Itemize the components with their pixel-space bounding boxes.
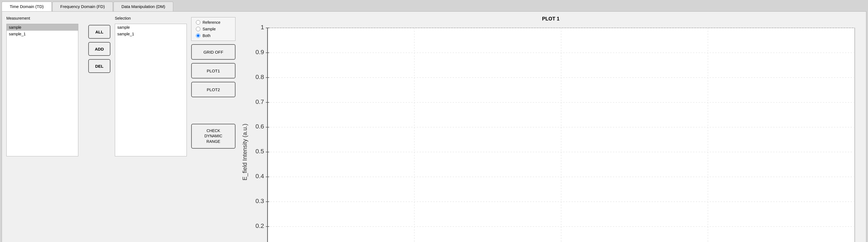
svg-text:0.2: 0.2 (255, 222, 264, 229)
radio-both[interactable]: Both (196, 33, 231, 38)
right-controls-wrapper: Reference Sample Both GRID OFF PLOT1 (191, 16, 236, 149)
selection-item-sample[interactable]: sample (115, 24, 186, 31)
radio-reference-label: Reference (203, 20, 220, 25)
radio-sample-label: Sample (203, 27, 216, 31)
selection-label: Selection (115, 16, 187, 21)
left-panel: Measurement sample sample_1 (6, 16, 84, 242)
radio-both-input[interactable] (196, 33, 200, 38)
svg-text:1: 1 (261, 24, 264, 31)
middle-panel: ALL ADD DEL Selection sample sample_1 (88, 16, 187, 242)
add-button[interactable]: ADD (88, 42, 111, 56)
radio-sample-input[interactable] (196, 27, 200, 31)
radio-sample[interactable]: Sample (196, 27, 231, 31)
measurement-list[interactable]: sample sample_1 (6, 24, 78, 157)
main-container: Time Domain (TD) Frequency Domain (FD) D… (0, 0, 868, 242)
plot2-button[interactable]: PLOT2 (191, 82, 236, 97)
radio-reference-input[interactable] (196, 20, 200, 25)
measurement-item-sample[interactable]: sample (7, 24, 78, 31)
svg-text:0.4: 0.4 (255, 173, 264, 180)
radio-both-label: Both (203, 33, 211, 38)
grid-off-button[interactable]: GRID OFF (191, 44, 236, 60)
tab-bar: Time Domain (TD) Frequency Domain (FD) D… (0, 0, 868, 11)
svg-text:0.6: 0.6 (255, 123, 264, 130)
svg-text:0.7: 0.7 (255, 98, 264, 105)
radio-group: Reference Sample Both (191, 17, 236, 41)
measurement-label: Measurement (6, 16, 84, 21)
radio-reference[interactable]: Reference (196, 20, 231, 25)
svg-text:E_field Intensity (a.u.): E_field Intensity (a.u.) (242, 124, 248, 180)
tab-data-manipulation[interactable]: Data Manipulation (DM) (114, 2, 173, 11)
plot-container: 1 0.9 0.8 0.7 0.6 (240, 24, 862, 242)
svg-text:0.5: 0.5 (255, 148, 264, 155)
measurement-item-sample1[interactable]: sample_1 (7, 31, 78, 37)
selection-list[interactable]: sample sample_1 (115, 24, 187, 157)
svg-text:0.8: 0.8 (255, 73, 264, 80)
check-dynamic-label: CHECKDYNAMICRANGE (205, 128, 222, 144)
plot-area: PLOT 1 1 0.9 (240, 16, 862, 242)
tab-time-domain[interactable]: Time Domain (TD) (2, 2, 52, 11)
selection-item-sample1[interactable]: sample_1 (115, 31, 186, 37)
right-controls: Reference Sample Both GRID OFF PLOT1 (191, 17, 236, 101)
del-button[interactable]: DEL (88, 59, 111, 73)
check-dynamic-range-button[interactable]: CHECKDYNAMICRANGE (191, 124, 236, 149)
buttons-col: ALL ADD DEL (88, 25, 111, 73)
tab-frequency-domain[interactable]: Frequency Domain (FD) (52, 2, 113, 11)
plot1-button[interactable]: PLOT1 (191, 63, 236, 78)
plot-svg: 1 0.9 0.8 0.7 0.6 (240, 24, 862, 242)
all-button[interactable]: ALL (88, 25, 111, 39)
plot-title: PLOT 1 (542, 16, 559, 22)
svg-text:0.3: 0.3 (255, 198, 264, 204)
content-area: Measurement sample sample_1 ALL ADD DEL … (2, 11, 866, 242)
svg-rect-0 (268, 28, 855, 242)
svg-text:0.9: 0.9 (255, 48, 264, 56)
